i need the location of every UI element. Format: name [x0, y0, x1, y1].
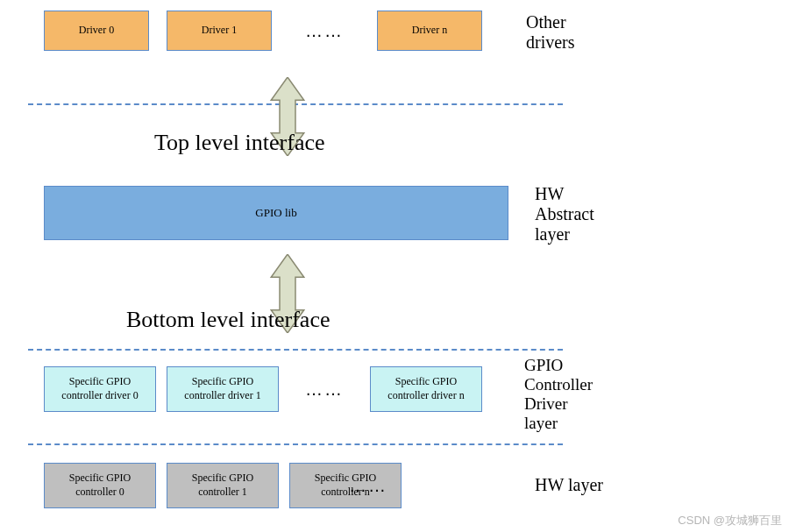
hal-boxes: GPIO lib [44, 186, 508, 240]
hw-controller-box: Specific GPIO controller 0 [44, 463, 156, 508]
drivers-boxes: Driver 0 Driver 1 …… Driver n [44, 11, 482, 51]
divider [28, 349, 563, 351]
layer-label-controller: GPIOControllerDriverlayer [524, 356, 593, 432]
interface-label-bottom: Bottom level interface [126, 307, 330, 333]
ellipsis-icon: …… [289, 21, 359, 41]
watermark: CSDN @攻城狮百里 [678, 513, 782, 528]
divider [28, 443, 563, 445]
layer-label-hal: HWAbstractlayer [535, 184, 594, 245]
controller-driver-box: Specific GPIO controller driver 1 [167, 366, 279, 412]
interface-label-top: Top level interface [154, 130, 325, 156]
ellipsis-icon: …… [333, 476, 403, 496]
ellipsis-icon: …… [289, 379, 359, 400]
hw-controller-box: Specific GPIO controller 1 [167, 463, 279, 508]
layer-label-drivers: Otherdrivers [526, 12, 575, 53]
driver-box: Driver 1 [167, 11, 272, 51]
controller-driver-box: Specific GPIO controller driver n [370, 366, 482, 412]
driver-box: Driver 0 [44, 11, 149, 51]
gpio-lib-box: GPIO lib [44, 186, 508, 240]
controller-driver-box: Specific GPIO controller driver 0 [44, 366, 156, 412]
driver-box: Driver n [377, 11, 482, 51]
controller-driver-boxes: Specific GPIO controller driver 0 Specif… [44, 366, 482, 412]
layer-label-hw: HW layer [535, 475, 603, 495]
